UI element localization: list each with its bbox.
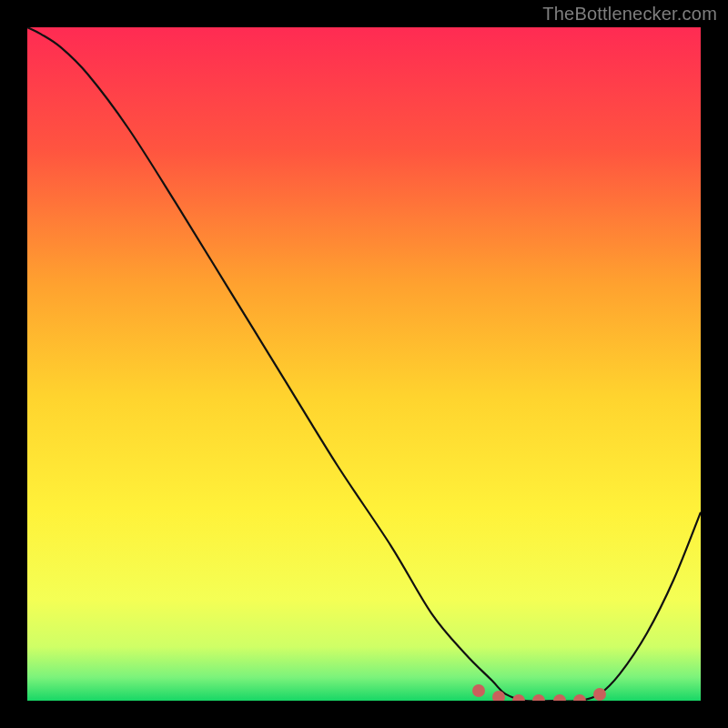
chart-marker — [593, 688, 606, 701]
chart-marker — [472, 684, 485, 697]
chart-plot-area — [27, 27, 701, 701]
bottleneck-curve — [27, 27, 701, 701]
chart-marker — [573, 694, 586, 701]
chart-marker — [492, 691, 505, 701]
chart-curve-layer — [27, 27, 701, 701]
chart-marker — [512, 694, 525, 701]
chart-marker — [553, 694, 566, 701]
attribution-text: TheBottlenecker.com — [542, 4, 717, 25]
chart-marker — [532, 694, 545, 701]
